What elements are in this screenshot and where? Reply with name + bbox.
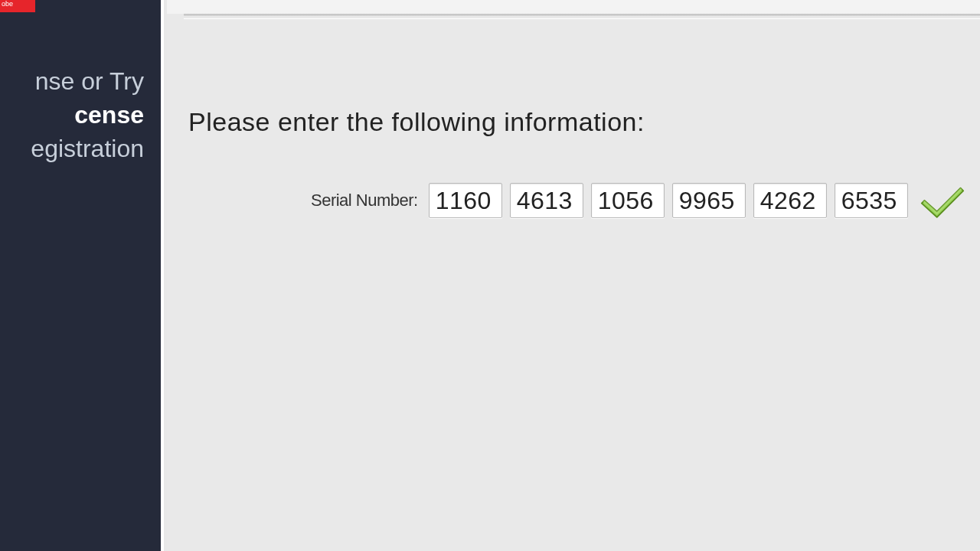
prompt-text: Please enter the following information: xyxy=(188,107,645,137)
serial-number-label: Serial Number: xyxy=(311,191,418,210)
serial-row: Serial Number: xyxy=(311,181,965,220)
nav-item-license[interactable]: cense xyxy=(0,98,161,132)
serial-input-3[interactable] xyxy=(591,183,665,218)
serial-input-1[interactable] xyxy=(429,183,502,218)
serial-input-6[interactable] xyxy=(835,183,908,218)
nav-item-registration[interactable]: egistration xyxy=(0,132,161,165)
serial-input-5[interactable] xyxy=(753,183,827,218)
main-panel: Please enter the following information: … xyxy=(167,0,980,551)
divider xyxy=(184,14,980,16)
checkmark-icon xyxy=(920,181,965,220)
divider-highlight xyxy=(184,18,980,19)
nav-list: nse or Try cense egistration xyxy=(0,64,161,165)
serial-input-2[interactable] xyxy=(510,183,583,218)
nav-item-license-or-try[interactable]: nse or Try xyxy=(0,64,161,98)
serial-input-4[interactable] xyxy=(672,183,746,218)
top-band xyxy=(167,0,980,14)
sidebar: obe nse or Try cense egistration xyxy=(0,0,164,551)
brand-logo-text: obe xyxy=(2,0,13,8)
brand-logo: obe xyxy=(0,0,35,12)
